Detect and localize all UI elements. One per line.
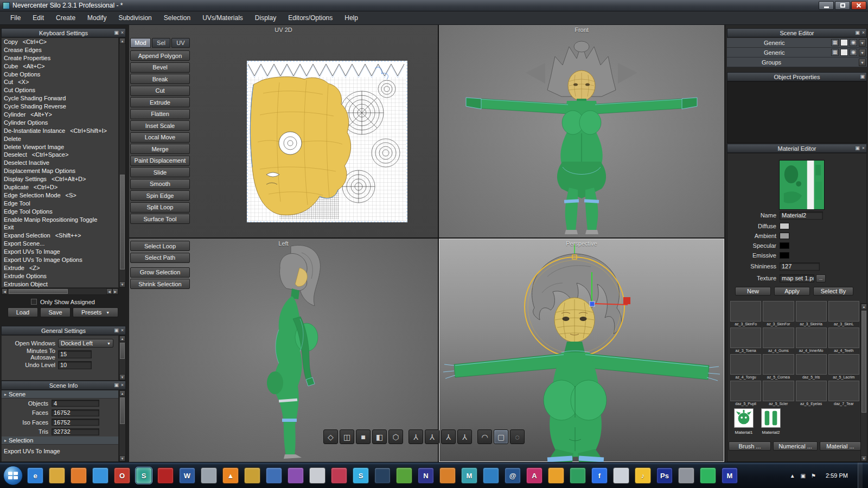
menu-item[interactable]: Selection [158, 11, 196, 25]
menu-item[interactable]: Help [339, 11, 364, 25]
keyboard-setting-row[interactable]: Extrusion Object [2, 280, 118, 288]
keyboard-setting-row[interactable]: De-Instantiate Instance<Ctrl+Shift+I> [2, 127, 118, 135]
tray-display-icon[interactable]: ▣ [801, 473, 806, 479]
chevron-down-icon[interactable]: ▼ [859, 39, 866, 47]
green-app-icon[interactable] [396, 467, 412, 484]
tool-button[interactable]: Cut [130, 86, 190, 96]
wireframe-toggle-icon[interactable]: ▦ [831, 49, 839, 56]
keyboard-setting-row[interactable]: Delete [2, 135, 118, 143]
universal-manipulator-icon[interactable]: Y [457, 429, 472, 444]
dock-icon[interactable]: ▣ [114, 29, 119, 36]
texture-thumbnail[interactable]: az_5_Lacrim [828, 354, 859, 380]
tool-button[interactable]: Local Move [130, 132, 190, 143]
keyboard-setting-row[interactable]: Deselect Inactive [2, 159, 118, 167]
scene-editor-groups-row[interactable]: Groups ▼ [727, 57, 867, 67]
steam-icon[interactable] [374, 467, 391, 484]
texture-thumbnail[interactable]: az_6_Eyelas [796, 381, 827, 406]
orange-app-icon[interactable] [439, 467, 456, 484]
menu-item[interactable]: Modify [81, 11, 112, 25]
firefox-icon[interactable] [71, 467, 87, 484]
dock-icon[interactable]: ▣ [860, 73, 865, 80]
red-app-icon[interactable] [331, 467, 347, 484]
word-icon[interactable]: W [179, 467, 195, 484]
visibility-eye-icon[interactable]: ◉ [850, 39, 857, 46]
wireframe-mode-icon[interactable]: ◇ [323, 429, 338, 444]
numerical-tab-button[interactable]: Numerical ... [773, 441, 818, 451]
shading-toggle-icon[interactable] [840, 39, 848, 46]
shininess-input[interactable]: 127 [780, 262, 820, 271]
keyboard-list-scrollbar[interactable]: ▲ ▼ [119, 37, 126, 288]
tool-button[interactable]: Append Polygon [130, 50, 190, 61]
purple-app-icon[interactable] [288, 467, 304, 484]
keyboard-setting-row[interactable]: Edge Tool Options [2, 208, 118, 216]
open-windows-dropdown[interactable]: Docked Left ▼ [58, 339, 113, 348]
title-bar[interactable]: Nevercenter Silo 2.3.1 Professional - * [0, 0, 868, 11]
material-tab-button[interactable]: Material ... [820, 441, 861, 451]
autosave-input[interactable]: 15 [58, 350, 92, 358]
flat-shaded-mode-icon[interactable]: ■ [356, 429, 371, 444]
light-app-icon[interactable] [613, 467, 629, 484]
silo-icon[interactable]: S [136, 467, 152, 484]
tool-button[interactable]: Select Path [130, 253, 190, 263]
menu-item[interactable]: Subdivision [112, 11, 157, 25]
ghost-shaded-mode-icon[interactable]: ⬡ [388, 429, 403, 444]
keyboard-setting-row[interactable]: Duplicate<Ctrl+D> [2, 183, 118, 191]
keyboard-setting-row[interactable]: Exit [2, 223, 118, 232]
keyboard-setting-row[interactable]: Cut Options [2, 86, 118, 94]
visibility-eye-icon[interactable]: ◉ [850, 49, 857, 56]
silver-app-icon[interactable] [678, 467, 694, 484]
texture-thumbnail[interactable]: az_3_SkinFor [763, 301, 794, 326]
new-material-button[interactable]: New [735, 287, 771, 296]
keyboard-list-hscrollbar[interactable]: ◀ ◀ ▶ [1, 288, 119, 295]
keyboard-setting-row[interactable]: Cylinder<Alt+Y> [2, 111, 118, 119]
keyboard-setting-row[interactable]: Edge Selection Mode<S> [2, 191, 118, 200]
chevron-down-icon[interactable]: ▼ [859, 49, 866, 56]
diffuse-color-swatch[interactable] [780, 223, 789, 229]
keyboard-setting-row[interactable]: Extrude<Z> [2, 264, 118, 272]
scroll-down-icon[interactable]: ▼ [119, 374, 125, 380]
keyboard-setting-row[interactable]: Export UVs To Image Options [2, 256, 118, 264]
keyboard-setting-row[interactable]: Displacement Map Options [2, 167, 118, 175]
only-show-assigned-checkbox[interactable] [31, 299, 37, 305]
menu-item[interactable]: Editors/Options [282, 11, 339, 25]
texture-thumbnail[interactable]: daz_5_Pupil [730, 381, 761, 406]
tool-button[interactable]: Break [130, 74, 190, 84]
scene-section-header[interactable]: ▸ Scene [2, 390, 118, 399]
pdf-reader-icon[interactable] [157, 467, 174, 484]
green-chat-icon[interactable] [700, 467, 716, 484]
dock-icon[interactable]: ▣ [114, 382, 119, 389]
tab-sel[interactable]: Sel [152, 38, 170, 48]
tool-button[interactable]: Grow Selection [130, 267, 190, 278]
scroll-up-icon[interactable]: ▲ [119, 38, 125, 44]
scroll-right-icon[interactable]: ▶ [112, 288, 118, 294]
dock-icon[interactable]: ▣ [855, 145, 860, 152]
browser2-icon[interactable] [266, 467, 282, 484]
paint-select-icon[interactable]: ◌ [510, 429, 525, 444]
keyboard-setting-row[interactable]: Display Settings<Ctrl+Alt+D> [2, 175, 118, 183]
media-player-icon[interactable]: ▲ [222, 467, 239, 484]
clock[interactable]: 2:59 PM [821, 472, 852, 479]
m-app-icon[interactable]: M [722, 467, 738, 484]
scale-manipulator-icon[interactable]: Y [441, 429, 456, 444]
keyboard-setting-row[interactable]: Cycle Shading Reverse [2, 102, 118, 111]
texture-thumbnail[interactable]: daz_5_Iris [796, 354, 827, 380]
navy-app-icon[interactable]: N [418, 467, 434, 484]
apply-material-button[interactable]: Apply [774, 287, 810, 296]
tool-button[interactable]: Flatten [130, 109, 190, 119]
tab-uv[interactable]: UV [171, 38, 190, 48]
rotate-manipulator-icon[interactable]: Y [425, 429, 439, 444]
close-panel-icon[interactable]: × [862, 29, 865, 36]
menu-item[interactable]: UVs/Materials [196, 11, 249, 25]
keyboard-setting-row[interactable]: Cut<X> [2, 78, 118, 86]
keyboard-setting-row[interactable]: Edge Tool [2, 200, 118, 208]
maximize-button[interactable] [835, 1, 850, 10]
scroll-up-icon[interactable]: ▲ [119, 336, 125, 342]
object-properties-header[interactable]: Object Properties ▣ [727, 72, 867, 81]
keyboard-setting-row[interactable]: Cube Options [2, 70, 118, 79]
scroll-up-icon[interactable]: ▲ [861, 304, 867, 310]
blue-app-icon[interactable] [483, 467, 499, 484]
lasso-select-icon[interactable]: ◠ [477, 429, 492, 444]
scene-editor-row[interactable]: Generic ▦ ◉ ▼ [727, 38, 867, 48]
presets-button[interactable]: Presets ▼ [73, 307, 118, 317]
scroll-left-icon[interactable]: ◀ [2, 288, 8, 294]
